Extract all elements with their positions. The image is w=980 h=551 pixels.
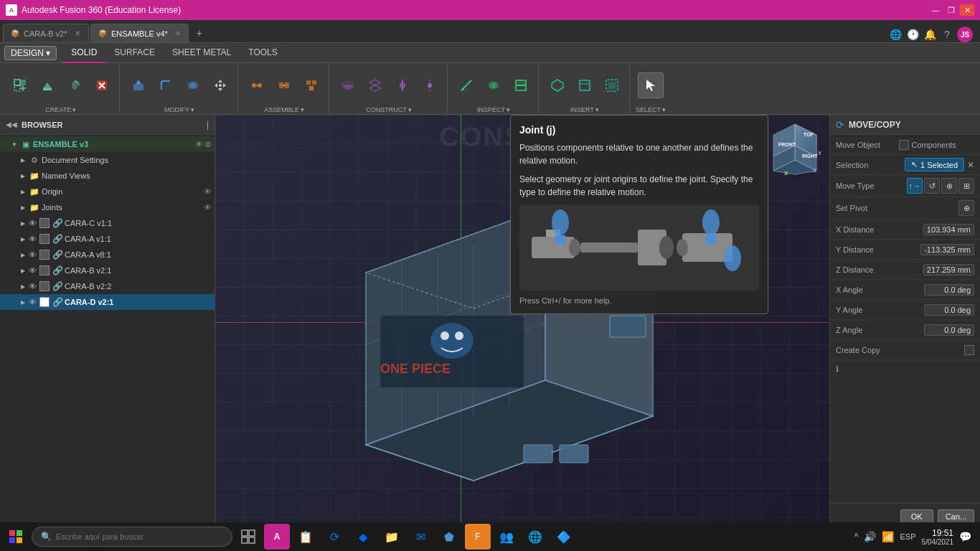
close-button[interactable]: ✕ [960, 4, 974, 16]
x-angle-value[interactable]: 0.0 deg [924, 284, 974, 296]
tree-item-root[interactable]: ▼ ▣ ENSAMBLE v3 👁 ⚙ [0, 136, 215, 152]
offset-plane-btn[interactable] [335, 72, 361, 98]
select-tool-btn[interactable] [638, 72, 664, 98]
create-label[interactable]: CREATE▾ [46, 106, 77, 113]
y-angle-value[interactable]: 0.0 deg [924, 304, 974, 316]
z-distance-value[interactable]: 217.259 mm [923, 264, 974, 276]
ok-button[interactable]: OK [900, 509, 933, 524]
selection-button[interactable]: ↖ 1 Selected [905, 158, 964, 171]
select-highlight-btn[interactable] [599, 72, 625, 98]
root-expand[interactable]: ▼ [10, 140, 19, 149]
viewcube[interactable]: TOP FRONT RIGHT Z Y X [766, 121, 824, 178]
tray-language[interactable]: ESP [900, 532, 915, 541]
midplane-btn[interactable] [362, 72, 388, 98]
delete-btn[interactable] [89, 72, 115, 98]
z-angle-value[interactable]: 0.0 deg [924, 324, 974, 336]
tray-network[interactable]: 📶 [882, 531, 894, 542]
tab-ensamble-close[interactable]: ✕ [175, 29, 181, 37]
origin-expand[interactable]: ▶ [19, 187, 27, 196]
joints-expand[interactable]: ▶ [19, 203, 27, 212]
section-analysis-btn[interactable] [508, 72, 534, 98]
cara-b1-eye-icon[interactable]: 👁 [29, 266, 37, 275]
help-icon[interactable]: ? [940, 27, 954, 42]
revolve-btn[interactable] [62, 72, 88, 98]
rigid-group-btn[interactable] [298, 72, 324, 98]
restore-button[interactable]: ❐ [944, 4, 958, 16]
point-btn[interactable] [417, 72, 443, 98]
root-gear-icon[interactable]: ⚙ [204, 140, 212, 149]
tree-item-joints[interactable]: ▶ 📁 Joints 👁 [0, 199, 215, 215]
taskbar-app-files[interactable]: 📁 [379, 524, 405, 550]
named-views-expand[interactable]: ▶ [19, 171, 27, 180]
design-dropdown[interactable]: DESIGN ▾ [4, 46, 57, 60]
search-box[interactable]: 🔍 [32, 527, 232, 547]
search-input[interactable] [56, 532, 223, 541]
start-button[interactable] [3, 524, 29, 550]
move-type-rotate[interactable]: ↺ [924, 178, 940, 194]
canvas-btn[interactable] [572, 72, 598, 98]
tray-up-arrow[interactable]: ^ [854, 532, 859, 542]
tree-item-cara-d-1[interactable]: ▶ 👁 🔗 CARA-D v2:1 [0, 294, 215, 310]
taskbar-app-teams[interactable]: 👥 [494, 524, 519, 550]
tab-sheet-metal[interactable]: SHEET METAL [164, 43, 240, 63]
browser-collapse-icon[interactable]: ◀◀ [6, 121, 17, 128]
extrude-btn[interactable] [34, 72, 60, 98]
tab-surface[interactable]: SURFACE [105, 43, 164, 63]
tree-item-cara-b-1[interactable]: ▶ 👁 🔗 CARA-B v2:1 [0, 263, 215, 278]
cara-d1-eye-icon[interactable]: 👁 [29, 298, 37, 306]
insert-mesh-btn[interactable] [545, 72, 570, 98]
fillet-btn[interactable] [153, 72, 179, 98]
tree-item-cara-b-2[interactable]: ▶ 👁 🔗 CARA-B v2:2 [0, 278, 215, 294]
move-type-translate[interactable]: ↑→ [907, 178, 923, 194]
doc-settings-expand[interactable]: ▶ [19, 156, 27, 164]
viewport[interactable]: CONSTRUCT - [215, 115, 829, 529]
move-object-checkbox[interactable] [899, 140, 909, 150]
x-distance-value[interactable]: 103.934 mm [923, 224, 974, 235]
selection-clear[interactable]: ✕ [967, 160, 974, 170]
task-view-btn[interactable] [235, 524, 261, 550]
minimize-button[interactable]: — [928, 4, 943, 16]
axis-btn[interactable] [390, 72, 415, 98]
taskbar-app-dropbox[interactable]: ◆ [350, 524, 376, 550]
move-type-align[interactable]: ⊞ [958, 178, 974, 194]
joints-eye-icon[interactable]: 👁 [204, 203, 212, 212]
browser-pin-icon[interactable]: | [207, 120, 209, 130]
cara-a8-eye-icon[interactable]: 👁 [29, 250, 37, 259]
construct-label[interactable]: CONSTRUCT▾ [366, 106, 412, 113]
taskbar-app-fusion-orange[interactable]: F [465, 524, 491, 550]
as-built-joint-btn[interactable] [271, 72, 297, 98]
globe-icon[interactable]: 🌐 [888, 27, 903, 42]
press-pull-btn[interactable] [126, 72, 151, 98]
tab-cara-b[interactable]: 📦 CARA-B v2* ✕ [3, 24, 89, 42]
new-component-btn[interactable] [7, 72, 33, 98]
cara-b2-eye-icon[interactable]: 👁 [29, 282, 37, 291]
tree-item-named-views[interactable]: ▶ 📁 Named Views [0, 168, 215, 184]
tab-cara-b-close[interactable]: ✕ [75, 29, 80, 37]
select-label[interactable]: SELECT▾ [636, 106, 666, 113]
tree-item-cara-a-8[interactable]: ▶ 👁 🔗 CARA-A v8:1 [0, 247, 215, 263]
modify-label[interactable]: MODIFY▾ [164, 106, 194, 113]
new-tab-button[interactable]: + [190, 24, 209, 42]
create-copy-checkbox[interactable] [964, 345, 974, 355]
tab-tools[interactable]: TOOLS [240, 43, 286, 63]
measure-btn[interactable] [453, 72, 479, 98]
tab-ensamble[interactable]: 📦 ENSAMBLE v4* ✕ [90, 24, 189, 42]
bell-icon[interactable]: 🔔 [923, 27, 937, 42]
inspect-label[interactable]: INSPECT▾ [477, 106, 510, 113]
notification-icon[interactable]: 💬 [959, 531, 971, 542]
assemble-label[interactable]: ASSEMBLE▾ [264, 106, 304, 113]
taskbar-app-mail[interactable]: ✉ [407, 524, 433, 550]
taskbar-app-blue2[interactable]: 🔷 [551, 524, 577, 550]
joint-btn[interactable] [244, 72, 270, 98]
set-pivot-btn[interactable]: ⊕ [958, 200, 974, 216]
clock[interactable]: 19:51 5/04/2021 [922, 528, 954, 546]
taskbar-app-autodesk[interactable]: A [264, 524, 290, 550]
insert-label[interactable]: INSERT▾ [570, 106, 599, 113]
tab-solid[interactable]: SOLID [62, 43, 105, 63]
taskbar-app-chrome[interactable]: 🌐 [522, 524, 548, 550]
tree-item-origin[interactable]: ▶ 📁 Origin 👁 [0, 184, 215, 199]
move-type-free[interactable]: ⊕ [941, 178, 957, 194]
tree-item-cara-c[interactable]: ▶ 👁 🔗 CARA-C v1:1 [0, 215, 215, 231]
tray-volume[interactable]: 🔊 [864, 531, 876, 542]
cara-a1-eye-icon[interactable]: 👁 [29, 235, 37, 243]
